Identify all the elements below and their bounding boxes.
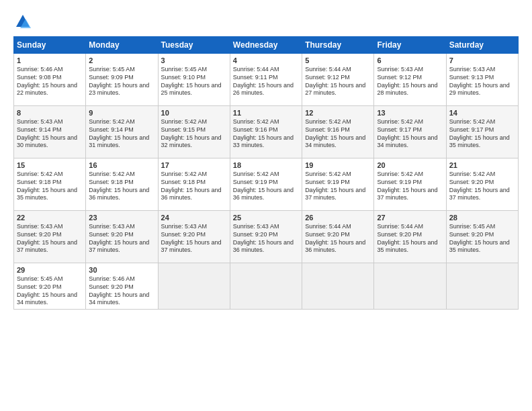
daylight-text: Daylight: 15 hours and 34 minutes. <box>89 291 149 306</box>
calendar-cell <box>230 263 302 310</box>
sunrise-text: Sunrise: 5:44 AM <box>233 66 279 73</box>
sunset-text: Sunset: 9:20 PM <box>377 231 422 238</box>
sunset-text: Sunset: 9:12 PM <box>305 74 350 81</box>
day-number: 30 <box>89 265 154 275</box>
day-number: 8 <box>17 108 83 118</box>
calendar-cell: 13Sunrise: 5:42 AMSunset: 9:17 PMDayligh… <box>374 106 446 158</box>
sunset-text: Sunset: 9:14 PM <box>89 126 134 133</box>
sunrise-text: Sunrise: 5:42 AM <box>377 118 423 125</box>
sunset-text: Sunset: 9:20 PM <box>161 231 206 238</box>
daylight-text: Daylight: 15 hours and 23 minutes. <box>89 82 149 97</box>
sunset-text: Sunset: 9:20 PM <box>17 283 62 290</box>
calendar-cell: 28Sunrise: 5:45 AMSunset: 9:20 PMDayligh… <box>446 211 518 263</box>
sunrise-text: Sunrise: 5:42 AM <box>305 171 351 177</box>
sunset-text: Sunset: 9:19 PM <box>305 179 350 185</box>
sunrise-text: Sunrise: 5:42 AM <box>305 118 351 125</box>
sunset-text: Sunset: 9:10 PM <box>161 74 206 81</box>
daylight-text: Daylight: 15 hours and 35 minutes. <box>17 187 77 201</box>
sunrise-text: Sunrise: 5:43 AM <box>449 66 496 73</box>
sunrise-text: Sunrise: 5:45 AM <box>89 66 135 73</box>
sunrise-text: Sunrise: 5:42 AM <box>449 171 496 177</box>
day-number: 20 <box>377 161 443 170</box>
calendar-cell: 29Sunrise: 5:45 AMSunset: 9:20 PMDayligh… <box>14 263 86 310</box>
sunrise-text: Sunrise: 5:42 AM <box>377 171 423 177</box>
sunrise-text: Sunrise: 5:46 AM <box>17 66 63 73</box>
calendar-cell: 11Sunrise: 5:42 AMSunset: 9:16 PMDayligh… <box>230 106 302 158</box>
daylight-text: Daylight: 15 hours and 22 minutes. <box>17 82 77 97</box>
calendar-cell: 1Sunrise: 5:46 AMSunset: 9:08 PMDaylight… <box>14 54 86 106</box>
day-header-tuesday: Tuesday <box>158 37 230 54</box>
daylight-text: Daylight: 15 hours and 28 minutes. <box>377 82 437 97</box>
week-row-4: 22Sunrise: 5:43 AMSunset: 9:20 PMDayligh… <box>14 211 519 263</box>
sunset-text: Sunset: 9:18 PM <box>161 179 206 185</box>
day-number: 3 <box>161 56 227 65</box>
daylight-text: Daylight: 15 hours and 37 minutes. <box>161 239 222 254</box>
daylight-text: Daylight: 15 hours and 36 minutes. <box>233 187 294 201</box>
calendar-cell: 6Sunrise: 5:43 AMSunset: 9:12 PMDaylight… <box>374 54 446 106</box>
sunrise-text: Sunrise: 5:42 AM <box>89 171 135 177</box>
sunset-text: Sunset: 9:20 PM <box>449 179 494 185</box>
day-number: 6 <box>377 56 443 65</box>
week-row-1: 1Sunrise: 5:46 AMSunset: 9:08 PMDaylight… <box>14 54 519 106</box>
calendar-page: SundayMondayTuesdayWednesdayThursdayFrid… <box>0 0 532 411</box>
week-row-3: 15Sunrise: 5:42 AMSunset: 9:18 PMDayligh… <box>14 158 519 211</box>
daylight-text: Daylight: 15 hours and 34 minutes. <box>305 134 365 149</box>
sunrise-text: Sunrise: 5:42 AM <box>161 171 208 177</box>
day-number: 19 <box>305 161 371 170</box>
sunset-text: Sunset: 9:20 PM <box>233 231 278 238</box>
daylight-text: Daylight: 15 hours and 34 minutes. <box>377 134 437 149</box>
calendar-cell: 20Sunrise: 5:42 AMSunset: 9:19 PMDayligh… <box>374 158 446 211</box>
sunset-text: Sunset: 9:18 PM <box>89 179 134 185</box>
sunset-text: Sunset: 9:08 PM <box>17 74 62 81</box>
sunset-text: Sunset: 9:16 PM <box>305 126 350 133</box>
sunrise-text: Sunrise: 5:42 AM <box>89 118 135 125</box>
calendar-cell: 8Sunrise: 5:43 AMSunset: 9:14 PMDaylight… <box>14 106 86 158</box>
sunrise-text: Sunrise: 5:44 AM <box>305 66 351 73</box>
calendar-cell: 22Sunrise: 5:43 AMSunset: 9:20 PMDayligh… <box>14 211 86 263</box>
day-number: 22 <box>17 213 83 222</box>
day-number: 7 <box>449 56 515 65</box>
sunrise-text: Sunrise: 5:46 AM <box>89 275 135 282</box>
daylight-text: Daylight: 15 hours and 32 minutes. <box>161 134 222 149</box>
day-number: 14 <box>449 108 515 118</box>
daylight-text: Daylight: 15 hours and 37 minutes. <box>17 239 77 254</box>
sunset-text: Sunset: 9:13 PM <box>449 74 494 81</box>
daylight-text: Daylight: 15 hours and 30 minutes. <box>17 134 77 149</box>
sunrise-text: Sunrise: 5:43 AM <box>89 223 135 230</box>
sunrise-text: Sunrise: 5:45 AM <box>449 223 496 230</box>
calendar-cell: 9Sunrise: 5:42 AMSunset: 9:14 PMDaylight… <box>86 106 158 158</box>
calendar-cell: 12Sunrise: 5:42 AMSunset: 9:16 PMDayligh… <box>302 106 374 158</box>
day-number: 26 <box>305 213 371 222</box>
sunrise-text: Sunrise: 5:45 AM <box>161 66 208 73</box>
daylight-text: Daylight: 15 hours and 27 minutes. <box>305 82 365 97</box>
sunrise-text: Sunrise: 5:43 AM <box>17 118 63 125</box>
calendar-cell: 7Sunrise: 5:43 AMSunset: 9:13 PMDaylight… <box>446 54 518 106</box>
day-number: 4 <box>233 56 299 65</box>
week-row-5: 29Sunrise: 5:45 AMSunset: 9:20 PMDayligh… <box>14 263 519 310</box>
sunrise-text: Sunrise: 5:42 AM <box>233 171 279 177</box>
daylight-text: Daylight: 15 hours and 33 minutes. <box>233 134 294 149</box>
calendar-cell <box>374 263 446 310</box>
calendar-cell <box>302 263 374 310</box>
sunset-text: Sunset: 9:17 PM <box>377 126 422 133</box>
day-header-friday: Friday <box>374 37 446 54</box>
daylight-text: Daylight: 15 hours and 37 minutes. <box>377 187 437 201</box>
day-number: 27 <box>377 213 443 222</box>
calendar-cell: 2Sunrise: 5:45 AMSunset: 9:09 PMDaylight… <box>86 54 158 106</box>
calendar-cell: 10Sunrise: 5:42 AMSunset: 9:15 PMDayligh… <box>158 106 230 158</box>
logo <box>13 12 35 31</box>
sunset-text: Sunset: 9:15 PM <box>161 126 206 133</box>
calendar-cell: 23Sunrise: 5:43 AMSunset: 9:20 PMDayligh… <box>86 211 158 263</box>
calendar-cell: 17Sunrise: 5:42 AMSunset: 9:18 PMDayligh… <box>158 158 230 211</box>
day-number: 18 <box>233 161 299 170</box>
sunset-text: Sunset: 9:18 PM <box>17 179 62 185</box>
day-number: 23 <box>89 213 154 222</box>
sunset-text: Sunset: 9:09 PM <box>89 74 134 81</box>
calendar-cell: 25Sunrise: 5:43 AMSunset: 9:20 PMDayligh… <box>230 211 302 263</box>
day-number: 11 <box>233 108 299 118</box>
week-row-2: 8Sunrise: 5:43 AMSunset: 9:14 PMDaylight… <box>14 106 519 158</box>
calendar-cell <box>158 263 230 310</box>
calendar-cell: 4Sunrise: 5:44 AMSunset: 9:11 PMDaylight… <box>230 54 302 106</box>
day-number: 9 <box>89 108 154 118</box>
calendar-cell: 16Sunrise: 5:42 AMSunset: 9:18 PMDayligh… <box>86 158 158 211</box>
